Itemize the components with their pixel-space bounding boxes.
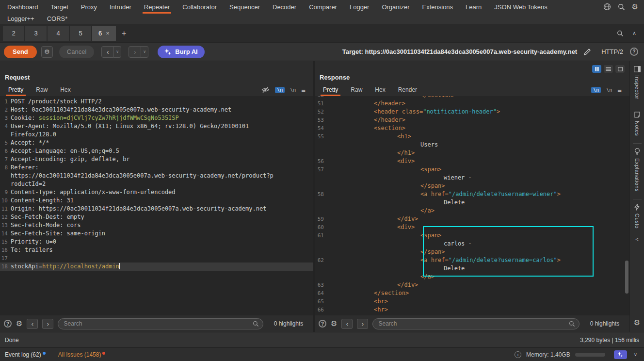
response-search-prev-button[interactable]: ‹ — [341, 319, 353, 329]
request-search-prev-button[interactable]: ‹ — [27, 319, 38, 329]
event-log-badge — [43, 352, 46, 355]
settings-gear-icon[interactable]: ⚙ — [632, 2, 638, 11]
lightbulb-icon[interactable] — [634, 148, 640, 155]
response-tab-render[interactable]: Render — [392, 83, 423, 96]
menu-item-organizer[interactable]: Organizer — [375, 0, 416, 14]
line-number: 17 — [0, 254, 11, 263]
response-menu-icon[interactable]: ≡ — [617, 86, 622, 94]
all-issues-button[interactable]: All issues (1458) — [58, 351, 106, 358]
history-forward-button[interactable]: › — [129, 46, 141, 58]
edit-target-pencil-icon[interactable] — [584, 49, 591, 55]
help-icon[interactable]: ? — [630, 48, 638, 56]
request-tab-pretty[interactable]: Pretty — [2, 83, 30, 96]
response-tab-pretty[interactable]: Pretty — [317, 83, 344, 96]
expand-side-panel-icon[interactable]: < — [635, 236, 638, 242]
side-tab-explanations[interactable]: Explanations — [634, 158, 640, 192]
menu-item-decoder[interactable]: Decoder — [266, 0, 303, 14]
request-search-help-icon[interactable]: ? — [4, 320, 12, 328]
request-search-next-button[interactable]: › — [42, 319, 53, 329]
response-show-newlines-toggle-icon[interactable]: \n — [591, 87, 601, 93]
request-line: 9Content-Type: application/x-www-form-ur… — [0, 188, 313, 197]
burp-ai-button[interactable]: Burp AI — [158, 46, 204, 58]
response-search-help-icon[interactable]: ? — [319, 320, 326, 328]
menu-item-logger[interactable]: Logger — [343, 0, 375, 14]
history-back-button[interactable]: ‹ — [101, 46, 114, 58]
inspector-dock-icon[interactable] — [634, 66, 641, 72]
tab-search-icon[interactable] — [617, 30, 624, 37]
bottombar-chevron-icon[interactable]: ∨ — [632, 352, 639, 357]
status-done: Done — [5, 337, 19, 344]
menu-item-json-web-tokens[interactable]: JSON Web Tokens — [488, 0, 553, 14]
rows-layout-icon[interactable] — [604, 65, 613, 73]
menu-item-sequencer[interactable]: Sequencer — [223, 0, 266, 14]
request-settings-gear-icon[interactable]: ⚙ — [41, 46, 53, 58]
response-search-gear-icon[interactable]: ⚙ — [331, 319, 337, 328]
menu-item-logger[interactable]: Logger++ — [1, 14, 41, 24]
request-editor[interactable]: 1POST /product/stock HTTP/22Host: 0ac300… — [0, 96, 313, 315]
line-code: Priority: u=0 — [11, 238, 56, 246]
response-editor[interactable]: 50</section>51</header>52<header class="… — [315, 96, 629, 315]
menu-item-intruder[interactable]: Intruder — [103, 0, 138, 14]
repeater-tab-6[interactable]: 6× — [92, 26, 116, 41]
repeater-tab-5[interactable]: 5 — [70, 26, 91, 41]
info-icon[interactable]: i — [515, 351, 521, 358]
menu-item-repeater[interactable]: Repeater — [138, 0, 176, 14]
menu-item-extensions[interactable]: Extensions — [416, 0, 460, 14]
event-log-button[interactable]: Event log (62) — [5, 351, 46, 358]
repeater-tab-2[interactable]: 2 — [3, 26, 24, 41]
response-line: 57<span> — [315, 165, 629, 174]
line-number: 51 — [315, 99, 327, 108]
http-version-label[interactable]: HTTP/2 — [601, 48, 623, 55]
menu-item-collaborator[interactable]: Collaborator — [176, 0, 223, 14]
history-forward-dropdown-icon[interactable]: ∨ — [141, 46, 148, 58]
response-line: 56<div> — [315, 157, 629, 165]
request-search-input[interactable] — [58, 318, 263, 329]
repeater-tab-3[interactable]: 3 — [25, 26, 47, 41]
show-newlines-toggle-icon[interactable]: \n — [275, 87, 285, 93]
response-search-input[interactable] — [372, 318, 580, 329]
menu-item-learn[interactable]: Learn — [459, 0, 488, 14]
response-line: </a> — [315, 207, 629, 215]
menu-item-cors[interactable]: CORS* — [41, 14, 74, 24]
line-code: Firefox/128.0 — [11, 131, 56, 139]
menu-item-dashboard[interactable]: Dashboard — [1, 0, 45, 14]
request-tab-hex[interactable]: Hex — [54, 83, 77, 96]
response-tab-hex[interactable]: Hex — [369, 83, 391, 96]
line-number: 63 — [315, 281, 327, 289]
send-button[interactable]: Send — [4, 46, 37, 58]
single-pane-layout-icon[interactable] — [615, 65, 625, 73]
menu-item-comparer[interactable]: Comparer — [303, 0, 343, 14]
globe-icon[interactable] — [603, 3, 611, 11]
request-line: 12Sec-Fetch-Dest: empty — [0, 213, 313, 221]
request-panel-tabs: PrettyRawHex \n \n ≡ — [0, 83, 313, 96]
response-scrollbar-thumb[interactable] — [625, 261, 628, 294]
add-tab-button[interactable]: + — [117, 26, 131, 41]
history-back-dropdown-icon[interactable]: ∨ — [114, 46, 121, 58]
side-tab-custom[interactable]: Custo — [634, 213, 640, 229]
custom-actions-bolt-icon[interactable] — [634, 204, 640, 211]
notes-icon[interactable] — [634, 112, 640, 118]
close-tab-icon[interactable]: × — [106, 30, 110, 37]
eye-slash-icon[interactable] — [261, 86, 270, 93]
response-newline-display-icon[interactable]: \n — [606, 87, 612, 93]
newline-display-icon[interactable]: \n — [290, 87, 296, 93]
request-search-gear-icon[interactable]: ⚙ — [16, 319, 22, 328]
side-panel-gear-icon[interactable]: ⚙ — [634, 318, 640, 327]
response-tab-raw[interactable]: Raw — [344, 83, 369, 96]
side-tab-notes[interactable]: Notes — [634, 121, 640, 136]
collapse-tabs-icon[interactable]: ∧ — [632, 30, 636, 36]
menu-item-target[interactable]: Target — [45, 0, 75, 14]
menu-item-proxy[interactable]: Proxy — [75, 0, 103, 14]
response-search-magnifier-icon — [569, 321, 575, 327]
side-tab-inspector[interactable]: Inspector — [634, 75, 640, 99]
line-code: Accept-Language: en-US,en;q=0.5 — [11, 147, 119, 155]
request-menu-icon[interactable]: ≡ — [301, 86, 306, 94]
cancel-button[interactable]: Cancel — [59, 46, 94, 58]
pause-updates-icon[interactable] — [592, 65, 601, 73]
response-search-next-button[interactable]: › — [357, 319, 368, 329]
history-forward-group: › ∨ — [129, 46, 148, 58]
ai-credits-button[interactable] — [614, 350, 627, 359]
request-tab-raw[interactable]: Raw — [30, 83, 54, 96]
search-icon[interactable] — [618, 3, 625, 11]
repeater-tab-4[interactable]: 4 — [48, 26, 69, 41]
